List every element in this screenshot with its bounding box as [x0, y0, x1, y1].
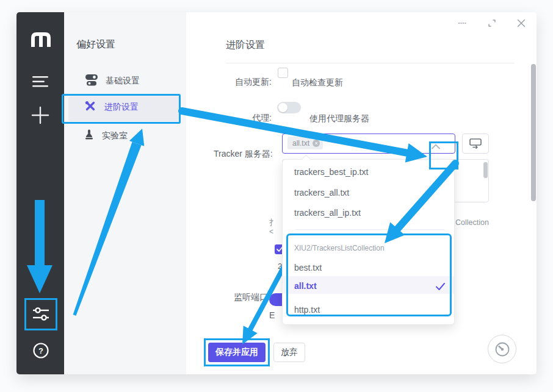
dropdown-item[interactable]: trackers_all.txt: [294, 188, 349, 198]
tag-label: all.txt: [292, 139, 309, 148]
dropdown-item[interactable]: http.txt: [294, 305, 320, 315]
save-and-apply-button[interactable]: 保存并应用: [208, 343, 266, 362]
screenshot-canvas: ? 偏好设置 基础设置 进阶设置: [0, 0, 553, 392]
discard-button[interactable]: 放弃: [273, 343, 305, 362]
main-content: 进阶设置 自动更新: 自动检查更新 代理: 使用代理服务器 Tracker 服务…: [186, 12, 537, 374]
sync-trackers-button[interactable]: [462, 134, 489, 154]
close-button[interactable]: [516, 18, 526, 28]
dropdown-item[interactable]: trackers_all_ip.txt: [294, 208, 361, 218]
speed-limit-button[interactable]: [488, 335, 516, 363]
settings-sliders-icon[interactable]: [31, 304, 51, 324]
scrollbar-thumb[interactable]: [531, 64, 536, 201]
tools-icon: [84, 100, 96, 114]
maximize-button[interactable]: [487, 18, 497, 28]
sidebar-item-advanced-settings[interactable]: 进阶设置: [84, 100, 139, 114]
gauge-icon: [494, 341, 511, 358]
motrix-logo-icon: [29, 30, 52, 48]
text-fragment: E: [269, 310, 275, 320]
toggles-icon: [85, 74, 98, 88]
dropdown-item[interactable]: best.txt: [294, 263, 322, 273]
chevron-up-icon[interactable]: [432, 141, 440, 152]
listen-port-label: 监听端口: [234, 292, 268, 303]
dropdown-group-divider: [295, 229, 444, 230]
dropdown-item[interactable]: trackers_best_ip.txt: [294, 167, 368, 177]
auto-update-checkbox[interactable]: [278, 68, 288, 78]
proxy-toggle-label: 使用代理服务器: [309, 113, 369, 124]
preferences-title: 偏好设置: [76, 38, 115, 51]
check-icon: [436, 282, 445, 293]
auto-update-checkbox-label: 自动检查更新: [292, 77, 343, 88]
app-window: ? 偏好设置 基础设置 进阶设置: [16, 12, 537, 374]
add-task-icon[interactable]: [31, 106, 49, 124]
proxy-label: 代理:: [252, 113, 272, 124]
textarea-scrollbar-thumb[interactable]: [483, 162, 488, 178]
sidebar-item-label: 实验室: [102, 130, 128, 141]
selected-tracker-tag: all.txt ×: [287, 137, 323, 149]
sidebar-item-label: 进阶设置: [104, 102, 139, 113]
proxy-toggle[interactable]: [277, 102, 301, 113]
toggle-knob: [278, 103, 287, 112]
preferences-panel: 偏好设置 基础设置 进阶设置 实验室: [64, 12, 186, 374]
title-divider: [226, 63, 515, 63]
task-list-icon[interactable]: [32, 76, 49, 88]
sidebar-item-basic-settings[interactable]: 基础设置: [85, 74, 140, 88]
auto-update-label: 自动更新:: [235, 77, 272, 88]
sidebar-item-lab[interactable]: 实验室: [84, 129, 128, 142]
hint-text-fragment: 扌: [269, 217, 277, 228]
sidebar-item-label: 基础设置: [106, 76, 140, 87]
lab-stamp-icon: [84, 129, 94, 142]
svg-text:?: ?: [38, 346, 43, 355]
hint-text-fragment: <: [269, 227, 273, 236]
dropdown-notch: [302, 155, 311, 165]
tracker-label: Tracker 服务器:: [214, 149, 273, 160]
minimize-button[interactable]: [457, 18, 467, 28]
help-icon[interactable]: ?: [32, 342, 49, 359]
tracker-select[interactable]: all.txt ×: [282, 134, 455, 154]
dropdown-group-label: XIU2/TrackersListCollection: [294, 244, 385, 252]
page-title: 进阶设置: [226, 39, 265, 52]
dropdown-selected-item[interactable]: all.txt: [294, 281, 317, 291]
app-sidebar: ?: [16, 12, 64, 374]
tag-close-icon[interactable]: ×: [313, 140, 320, 147]
hint-text-fragment: Collection: [455, 218, 489, 227]
tracker-dropdown: trackers_best_ip.txt trackers_all.txt tr…: [282, 159, 455, 325]
